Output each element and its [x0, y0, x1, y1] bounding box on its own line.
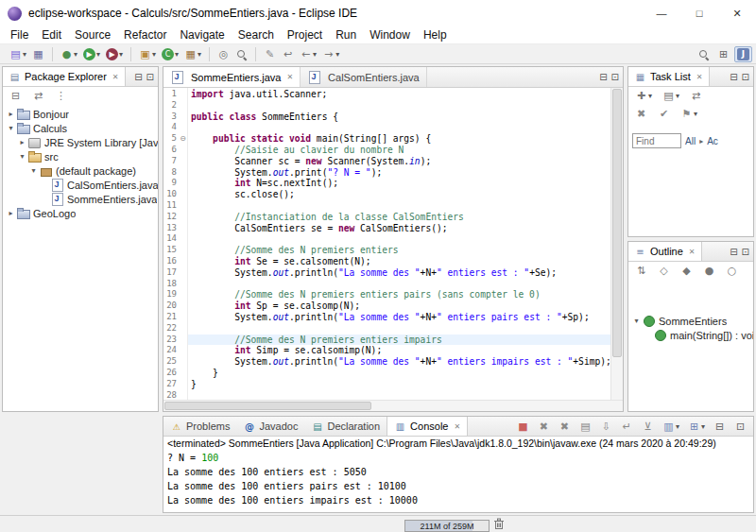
- code-line-16[interactable]: int Se = se.calsoment(N);: [188, 256, 610, 267]
- expander-icon[interactable]: ▸: [6, 110, 16, 118]
- close-view-icon[interactable]: [689, 248, 696, 256]
- tab-console[interactable]: Console: [387, 417, 468, 436]
- maximize-view-icon[interactable]: [742, 72, 749, 82]
- minimize-view-icon[interactable]: [599, 72, 607, 82]
- code-line-19[interactable]: //Somme des N premiers entiers pairs (sa…: [188, 289, 610, 300]
- forward-button[interactable]: →▾: [319, 46, 342, 62]
- dropdown-arrow-icon[interactable]: ▾: [701, 422, 705, 431]
- expander-icon[interactable]: ▸: [17, 138, 27, 146]
- expander-icon[interactable]: ▾: [17, 152, 27, 161]
- minimize-view-icon[interactable]: [730, 247, 737, 257]
- code-line-27[interactable]: }: [188, 379, 610, 390]
- code-editor[interactable]: 12345⊖6789101112131415161718192021222324…: [163, 88, 623, 400]
- back-button[interactable]: ←▾: [297, 46, 319, 62]
- menu-edit[interactable]: Edit: [35, 28, 68, 42]
- editor-vertical-scrollbar[interactable]: [610, 88, 623, 400]
- dropdown-arrow-icon[interactable]: ▾: [676, 92, 679, 100]
- fold-collapse-icon[interactable]: ⊖: [180, 133, 186, 145]
- dropdown-arrow-icon[interactable]: ▾: [676, 422, 679, 431]
- menu-project[interactable]: Project: [281, 28, 329, 42]
- new-task-button[interactable]: ✚▾: [632, 88, 655, 104]
- new-wizard-button[interactable]: ▤▾: [7, 46, 29, 62]
- maximize-view-icon[interactable]: [146, 72, 154, 82]
- open-console-button[interactable]: ⊞▾: [685, 419, 708, 435]
- menu-help[interactable]: Help: [417, 28, 454, 42]
- java-perspective-button[interactable]: J: [734, 46, 752, 62]
- tab-problems[interactable]: Problems: [163, 417, 236, 436]
- coverage-button[interactable]: ▶▾: [103, 46, 126, 62]
- editor-tab-calsomentiers-java[interactable]: CalSomEntiers.java: [301, 67, 427, 87]
- code-line-21[interactable]: System.out.println("La somme des "+N+" e…: [188, 312, 610, 323]
- menu-refactor[interactable]: Refactor: [117, 28, 173, 42]
- code-line-1[interactable]: import java.util.Scanner;: [188, 89, 610, 100]
- outline-item-main-string-void[interactable]: main(String[]) : void: [628, 328, 753, 342]
- code-area[interactable]: import java.util.Scanner;public class So…: [188, 88, 610, 400]
- display-selected-console-button[interactable]: ▥▾: [660, 419, 682, 435]
- new-java-project-button[interactable]: ▣▾: [136, 46, 159, 62]
- menu-window[interactable]: Window: [363, 28, 417, 42]
- code-line-24[interactable]: int Simp = se.calsomimp(N);: [188, 345, 610, 356]
- filter-button[interactable]: ⚑▾: [678, 106, 700, 122]
- code-line-3[interactable]: public class SommeEntiers {: [188, 112, 610, 123]
- expander-icon[interactable]: ▾: [6, 124, 16, 132]
- find-input[interactable]: [632, 133, 681, 148]
- last-edit-location-button[interactable]: ↩: [279, 46, 297, 62]
- code-line-11[interactable]: [188, 200, 610, 212]
- terminate-button[interactable]: ■: [514, 419, 532, 435]
- dropdown-arrow-icon[interactable]: ▾: [198, 50, 201, 59]
- link-task-button[interactable]: ⇄: [687, 88, 705, 104]
- minimize-button[interactable]: —: [643, 0, 680, 26]
- menu-run[interactable]: Run: [329, 28, 363, 42]
- console-output[interactable]: ? N = 100La somme des 100 entiers est : …: [163, 451, 753, 512]
- close-tab-icon[interactable]: [286, 73, 293, 81]
- remove-all-launches-button[interactable]: ✖: [556, 419, 574, 435]
- view-menu-button[interactable]: ⋮: [52, 88, 70, 104]
- maximize-view-icon[interactable]: [611, 72, 619, 82]
- tab-package-explorer[interactable]: Package Explorer: [3, 67, 126, 86]
- dropdown-arrow-icon[interactable]: ▾: [152, 50, 156, 59]
- collapse-all-button[interactable]: ⊟: [7, 88, 25, 104]
- code-line-5[interactable]: public static void main(String[] args) {: [188, 133, 610, 145]
- minimize-view-button[interactable]: ⊟: [711, 419, 729, 435]
- link-all[interactable]: All: [685, 136, 696, 146]
- code-line-28[interactable]: [188, 390, 610, 400]
- code-line-18[interactable]: [188, 279, 610, 290]
- open-type-button[interactable]: ◎: [215, 46, 232, 62]
- menu-navigate[interactable]: Navigate: [173, 28, 231, 42]
- word-wrap-button[interactable]: ↵: [618, 419, 636, 435]
- code-line-25[interactable]: System.out.println("La somme des "+N+" e…: [188, 356, 610, 368]
- run-button[interactable]: ▶▾: [80, 46, 103, 62]
- delete-task-button[interactable]: ✖: [632, 106, 650, 122]
- expander-icon[interactable]: ▾: [28, 166, 39, 175]
- remove-launch-button[interactable]: ✖: [535, 419, 553, 435]
- dropdown-arrow-icon[interactable]: ▾: [175, 50, 179, 59]
- close-button[interactable]: ✕: [718, 0, 756, 26]
- explorer-item-calculs[interactable]: ▾Calculs: [3, 121, 158, 135]
- expander-icon[interactable]: ▸: [6, 209, 16, 217]
- code-line-10[interactable]: sc.close();: [188, 189, 610, 200]
- code-line-15[interactable]: //Somme des N premiers entiers: [188, 245, 610, 256]
- pin-console-button[interactable]: ⊻: [639, 419, 657, 435]
- explorer-item-src[interactable]: ▾src: [3, 149, 158, 163]
- scroll-lock-button[interactable]: ⇩: [597, 419, 615, 435]
- tab-declaration[interactable]: Declaration: [304, 417, 387, 436]
- expander-icon[interactable]: ▾: [631, 317, 642, 325]
- tab-outline[interactable]: Outline: [628, 242, 702, 261]
- mark-complete-button[interactable]: ✔: [655, 106, 673, 122]
- dropdown-arrow-icon[interactable]: ▾: [96, 50, 100, 59]
- editor-tab-sommeentiers-java[interactable]: SommeEntiers.java: [163, 67, 301, 87]
- explorer-item-jre-system-library-javase-1-8[interactable]: ▸JRE System Library [JavaSE-1.8]: [3, 135, 158, 149]
- explorer-item-bonjour[interactable]: ▸Bonjour: [3, 107, 158, 121]
- tab-task-list[interactable]: Task List: [628, 67, 710, 86]
- scrollbar-thumb[interactable]: [164, 402, 371, 410]
- code-line-13[interactable]: CalSomEntiers se = new CalSomEntiers();: [188, 223, 610, 234]
- new-package-button[interactable]: ▦▾: [181, 46, 204, 62]
- menu-source[interactable]: Source: [68, 28, 117, 42]
- maximize-view-button[interactable]: ⊡: [731, 419, 749, 435]
- dropdown-arrow-icon[interactable]: ▾: [313, 50, 317, 59]
- code-line-8[interactable]: System.out.print("? N = ");: [188, 167, 610, 179]
- link-with-editor-button[interactable]: ⇄: [29, 88, 47, 104]
- dropdown-arrow-icon[interactable]: ▾: [335, 50, 339, 59]
- outline-item-sommeentiers[interactable]: ▾SommeEntiers: [628, 314, 753, 328]
- code-line-23[interactable]: //Somme des N premiers entiers impairs: [188, 335, 610, 346]
